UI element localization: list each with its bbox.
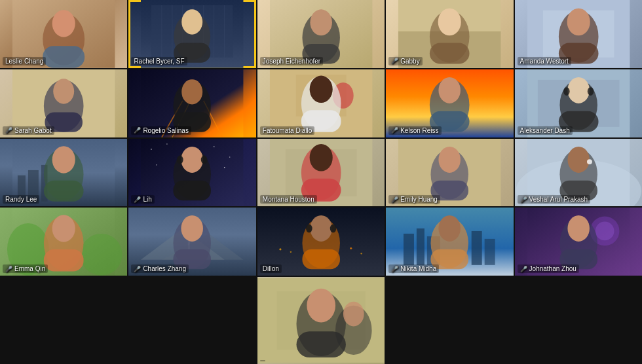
svg-point-2 (52, 10, 75, 37)
mic-off-icon: 🎤 (391, 196, 398, 203)
svg-rect-116 (302, 249, 339, 269)
svg-point-135 (307, 289, 335, 323)
participant-name: 🎤 Rogelio Salinas (131, 126, 191, 135)
participant-name: 🎤 Charles Zhang (131, 264, 189, 273)
svg-point-71 (157, 164, 158, 166)
participant-name: 🎤 Johnathan Zhou (518, 264, 579, 273)
participant-name: 🎤 Gabby (388, 57, 422, 65)
mic-off-icon: 🎤 (5, 266, 12, 272)
svg-rect-77 (174, 180, 211, 200)
participant-cell[interactable]: Montana Houston (257, 139, 385, 207)
empty-cell (128, 277, 255, 364)
svg-rect-64 (44, 180, 84, 201)
svg-point-67 (166, 143, 168, 145)
participant-name: Randy Lee (3, 195, 39, 204)
svg-point-115 (330, 225, 337, 233)
svg-point-124 (439, 215, 461, 242)
participant-cell[interactable]: Fatoumata Diallo (257, 69, 385, 137)
svg-rect-122 (485, 239, 495, 265)
mic-off-icon: 🎤 (134, 266, 141, 272)
empty-cell (515, 277, 642, 364)
svg-point-76 (201, 155, 208, 164)
participant-cell-highlighted[interactable]: Rachel Bycer, SF (128, 0, 255, 68)
participant-cell[interactable]: 🎤 Nikita Midha (386, 208, 513, 276)
svg-rect-24 (430, 43, 470, 64)
svg-point-45 (309, 75, 332, 103)
svg-rect-118 (404, 234, 414, 265)
mic-off-icon: 🎤 (520, 266, 527, 272)
participant-name: Amanda Westort (518, 57, 571, 65)
svg-point-91 (587, 159, 592, 164)
participant-name: 🎤 Kelson Reiss (388, 126, 441, 135)
svg-rect-119 (417, 228, 425, 265)
video-grid: Leslie Chang (0, 0, 642, 364)
empty-cell (386, 277, 513, 364)
svg-point-114 (306, 225, 312, 233)
participant-name: 🎤 Veshal Arul Prakash (518, 195, 591, 204)
participant-cell[interactable]: Leslie Chang (0, 0, 127, 68)
participant-name: Aleksander Dash (518, 126, 573, 135)
svg-point-18 (310, 9, 332, 35)
svg-point-74 (181, 147, 204, 173)
mic-off-icon: 🎤 (520, 196, 527, 203)
participant-cell[interactable]: Joseph Eichenhofer (257, 0, 385, 68)
participant-cell[interactable]: 🎤 Kelson Reiss (386, 69, 513, 137)
participant-name: 🎤 Nikita Midha (388, 264, 439, 273)
svg-point-90 (567, 147, 590, 173)
svg-point-85 (439, 147, 461, 173)
svg-point-70 (229, 156, 231, 158)
svg-point-32 (53, 79, 74, 103)
participant-name: 🎤 Emily Huang (388, 195, 440, 204)
svg-point-69 (214, 146, 215, 147)
mic-off-icon: 🎤 (134, 196, 141, 203)
participant-cell[interactable]: 🎤 Johnathan Zhou (515, 208, 642, 276)
participant-cell[interactable]: 🎤 Lih (128, 139, 255, 207)
mic-off-icon: 🎤 (391, 127, 398, 134)
svg-rect-121 (472, 231, 482, 265)
participant-cell[interactable]: 🎤 Charles Zhang (128, 208, 255, 276)
svg-point-72 (224, 167, 225, 168)
empty-cell (0, 277, 127, 364)
participant-cell[interactable]: Aleksander Dash (515, 69, 642, 137)
mic-off-icon: 🎤 (5, 127, 12, 134)
svg-point-111 (360, 253, 362, 254)
participant-name (260, 360, 265, 361)
participant-name: Joseph Eichenhofer (260, 57, 323, 65)
svg-point-130 (567, 215, 590, 242)
svg-point-75 (177, 155, 183, 164)
mic-off-icon: 🎤 (391, 58, 398, 64)
svg-point-23 (438, 9, 461, 36)
svg-point-105 (181, 215, 204, 242)
svg-point-55 (563, 87, 570, 96)
svg-point-97 (52, 215, 75, 242)
participant-name: Montana Houston (260, 195, 317, 204)
svg-point-128 (595, 222, 614, 241)
svg-point-63 (52, 146, 75, 173)
participant-cell[interactable] (257, 277, 385, 364)
participant-name: Leslie Chang (3, 57, 46, 65)
participant-name: 🎤 Emma Qin (3, 264, 48, 273)
participant-cell[interactable]: 🎤 Sarah Gabot (0, 69, 127, 137)
participant-cell[interactable]: 🎤 Veshal Arul Prakash (515, 139, 642, 207)
participant-cell[interactable]: Randy Lee (0, 139, 127, 207)
svg-point-95 (81, 234, 123, 276)
participant-cell[interactable]: 🎤 Emma Qin (0, 208, 127, 276)
participant-name: 🎤 Sarah Gabot (3, 126, 54, 135)
mic-off-icon: 🎤 (134, 127, 141, 134)
svg-point-49 (439, 77, 461, 103)
svg-rect-98 (44, 249, 84, 272)
mic-off-icon: 🎤 (391, 266, 398, 272)
participant-name: Fatoumata Diallo (260, 126, 315, 135)
participant-name: 🎤 Lih (131, 195, 154, 204)
svg-point-54 (567, 77, 590, 103)
participant-name: Dillon (260, 264, 282, 273)
svg-point-109 (290, 251, 291, 253)
participant-cell[interactable]: 🎤 Rogelio Salinas (128, 69, 255, 137)
svg-point-28 (567, 9, 590, 36)
svg-point-108 (279, 249, 281, 251)
participant-cell[interactable]: 🎤 Emily Huang (386, 139, 513, 207)
svg-point-110 (350, 247, 352, 249)
participant-cell[interactable]: 🎤 Gabby (386, 0, 513, 68)
participant-cell[interactable]: Amanda Westort (515, 0, 642, 68)
participant-cell[interactable]: Dillon (257, 208, 385, 276)
